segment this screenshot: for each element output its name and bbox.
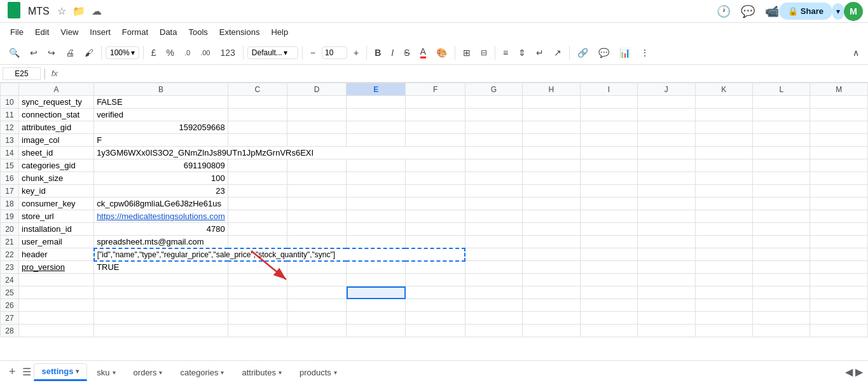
cell-col3-row21[interactable] bbox=[228, 236, 287, 248]
col-header-f[interactable]: F bbox=[406, 83, 465, 96]
strikethrough-button[interactable]: S bbox=[400, 45, 413, 60]
wrap-button[interactable]: ↵ bbox=[532, 45, 548, 60]
cell-col13-row19[interactable] bbox=[810, 210, 868, 223]
cell-b25[interactable] bbox=[94, 286, 228, 299]
zoom-control[interactable]: 100% ▾ bbox=[106, 46, 139, 59]
redo-button[interactable]: ↪ bbox=[44, 45, 59, 60]
sheet-menu-button[interactable]: ☰ bbox=[22, 366, 31, 368]
cell-col7-row10[interactable] bbox=[465, 96, 522, 109]
col-header-d[interactable]: D bbox=[287, 83, 346, 96]
formula-input[interactable] bbox=[63, 67, 865, 79]
cell-col13-row28[interactable] bbox=[810, 325, 868, 337]
menu-help[interactable]: Help bbox=[266, 25, 293, 39]
row-header-18[interactable]: 18 bbox=[1, 198, 19, 210]
cell-col5-row28[interactable] bbox=[347, 325, 406, 337]
cell-col5-row10[interactable] bbox=[347, 96, 406, 109]
cell-col4-row20[interactable] bbox=[287, 223, 346, 236]
cell-col10-row17[interactable] bbox=[638, 185, 695, 198]
sheet-tab-categories[interactable]: categories▾ bbox=[172, 363, 232, 368]
cell-col9-row21[interactable] bbox=[580, 236, 637, 248]
cell-col9-row10[interactable] bbox=[580, 96, 637, 109]
cell-col5-row11[interactable] bbox=[347, 109, 406, 121]
cell-col3-row10[interactable] bbox=[228, 96, 287, 109]
row-header-20[interactable]: 20 bbox=[1, 223, 19, 236]
cell-col13-row15[interactable] bbox=[810, 159, 868, 172]
cell-a22[interactable]: header bbox=[19, 248, 94, 261]
cell-col7-row11[interactable] bbox=[465, 109, 522, 121]
cell-col13-row23[interactable] bbox=[810, 261, 868, 274]
row-header-17[interactable]: 17 bbox=[1, 185, 19, 198]
cell-col3-row15[interactable] bbox=[228, 159, 287, 172]
cell-col10-row18[interactable] bbox=[638, 198, 695, 210]
cell-col10-row16[interactable] bbox=[638, 172, 695, 185]
cell-col5-row24[interactable] bbox=[347, 274, 406, 286]
cell-col8-row16[interactable] bbox=[523, 172, 580, 185]
avatar[interactable]: M bbox=[844, 2, 863, 21]
cell-a16[interactable]: chunk_size bbox=[19, 172, 94, 185]
cell-col12-row22[interactable] bbox=[753, 248, 810, 261]
cell-col8-row23[interactable] bbox=[523, 261, 580, 274]
cell-a21[interactable]: user_email bbox=[19, 236, 94, 248]
cell-col9-row24[interactable] bbox=[580, 274, 637, 286]
cell-col13-row11[interactable] bbox=[810, 109, 868, 121]
cell-col12-row16[interactable] bbox=[753, 172, 810, 185]
cell-col5-row25[interactable] bbox=[347, 286, 406, 299]
sheet-tab-settings[interactable]: settings▾ bbox=[34, 363, 88, 368]
cell-col12-row13[interactable] bbox=[753, 134, 810, 147]
cell-col3-row16[interactable] bbox=[228, 172, 287, 185]
cell-col5-row17[interactable] bbox=[347, 185, 406, 198]
row-header-12[interactable]: 12 bbox=[1, 121, 19, 134]
cell-b21[interactable]: spreadsheet.mts@gmail.com bbox=[94, 236, 228, 248]
cell-col8-row17[interactable] bbox=[523, 185, 580, 198]
cell-a17[interactable]: key_id bbox=[19, 185, 94, 198]
cell-col7-row15[interactable] bbox=[465, 159, 522, 172]
cell-col10-row14[interactable] bbox=[638, 147, 695, 159]
cell-col13-row13[interactable] bbox=[810, 134, 868, 147]
cell-col6-row16[interactable] bbox=[406, 172, 465, 185]
cell-col11-row23[interactable] bbox=[695, 261, 752, 274]
print-button[interactable]: 🖨 bbox=[62, 45, 78, 60]
cell-b27[interactable] bbox=[94, 312, 228, 325]
cell-col11-row22[interactable] bbox=[695, 248, 752, 261]
cell-b20[interactable]: 4780 bbox=[94, 223, 228, 236]
cell-col6-row26[interactable] bbox=[406, 299, 465, 312]
row-header-28[interactable]: 28 bbox=[1, 325, 19, 337]
cell-col11-row24[interactable] bbox=[695, 274, 752, 286]
cell-col7-row28[interactable] bbox=[465, 325, 522, 337]
cell-col9-row17[interactable] bbox=[580, 185, 637, 198]
cell-col6-row24[interactable] bbox=[406, 274, 465, 286]
decrease-font-button[interactable]: − bbox=[307, 45, 319, 60]
cell-reference[interactable] bbox=[3, 67, 41, 80]
cell-col9-row19[interactable] bbox=[580, 210, 637, 223]
cell-col3-row26[interactable] bbox=[228, 299, 287, 312]
insert-comment-button[interactable]: 💬 bbox=[595, 45, 613, 60]
cell-a18[interactable]: consumer_key bbox=[19, 198, 94, 210]
cell-b19[interactable]: https://medicaltestingsolutions.com bbox=[94, 210, 228, 223]
cell-col8-row26[interactable] bbox=[523, 299, 580, 312]
cell-col11-row27[interactable] bbox=[695, 312, 752, 325]
cell-col7-row21[interactable] bbox=[465, 236, 522, 248]
cell-col11-row19[interactable] bbox=[695, 210, 752, 223]
cell-col5-row16[interactable] bbox=[347, 172, 406, 185]
cell-col13-row16[interactable] bbox=[810, 172, 868, 185]
cell-col7-row19[interactable] bbox=[465, 210, 522, 223]
cell-col12-row24[interactable] bbox=[753, 274, 810, 286]
cell-col3-row18[interactable] bbox=[228, 198, 287, 210]
row-header-14[interactable]: 14 bbox=[1, 147, 19, 159]
cell-b22[interactable]: ["id","name","type","regular_price","sal… bbox=[94, 248, 465, 261]
cell-col6-row17[interactable] bbox=[406, 185, 465, 198]
cell-col11-row11[interactable] bbox=[695, 109, 752, 121]
meeting-icon[interactable]: 📹 bbox=[765, 4, 779, 18]
sheet-tab-products[interactable]: products▾ bbox=[291, 363, 345, 368]
cell-col4-row23[interactable] bbox=[287, 261, 346, 274]
cell-col8-row11[interactable] bbox=[523, 109, 580, 121]
cell-col11-row13[interactable] bbox=[695, 134, 752, 147]
cell-col7-row24[interactable] bbox=[465, 274, 522, 286]
cell-col11-row16[interactable] bbox=[695, 172, 752, 185]
cell-col12-row10[interactable] bbox=[753, 96, 810, 109]
cell-col9-row25[interactable] bbox=[580, 286, 637, 299]
folder-icon[interactable]: 📁 bbox=[72, 5, 85, 17]
menu-edit[interactable]: Edit bbox=[30, 25, 54, 39]
decrease-decimal-button[interactable]: .0 bbox=[181, 46, 194, 59]
undo-button[interactable]: ↩ bbox=[26, 45, 41, 60]
